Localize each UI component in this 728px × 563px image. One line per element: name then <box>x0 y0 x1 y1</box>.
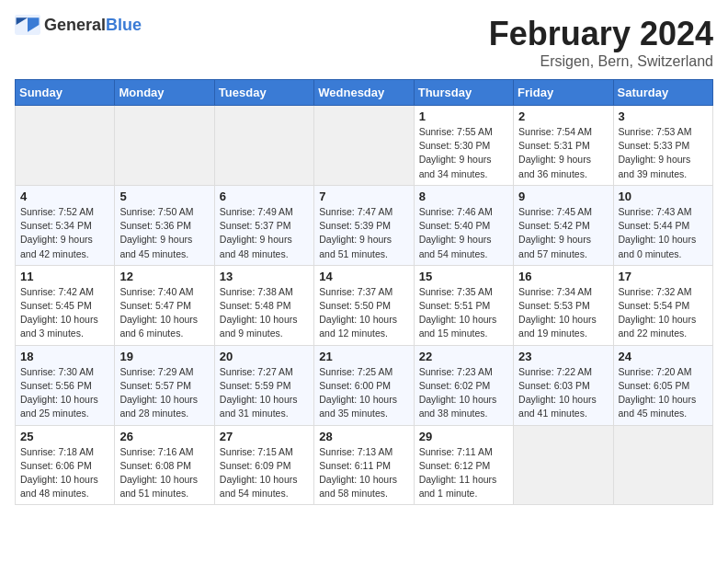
day-info: Sunrise: 7:20 AMSunset: 6:05 PMDaylight:… <box>619 365 708 421</box>
calendar-header-row: SundayMondayTuesdayWednesdayThursdayFrid… <box>16 80 713 106</box>
weekday-header-tuesday: Tuesday <box>214 80 313 106</box>
day-number: 23 <box>518 350 608 363</box>
logo-blue: Blue <box>106 16 142 34</box>
day-number: 19 <box>119 350 209 363</box>
day-info: Sunrise: 7:23 AMSunset: 6:02 PMDaylight:… <box>419 365 508 421</box>
day-number: 14 <box>319 270 408 283</box>
calendar-cell: 19Sunrise: 7:29 AMSunset: 5:57 PMDayligh… <box>115 345 214 425</box>
day-info: Sunrise: 7:13 AMSunset: 6:11 PMDaylight:… <box>319 445 408 501</box>
calendar-cell: 22Sunrise: 7:23 AMSunset: 6:02 PMDayligh… <box>414 345 513 425</box>
day-number: 28 <box>319 430 408 443</box>
day-number: 13 <box>220 270 309 283</box>
day-info: Sunrise: 7:11 AMSunset: 6:12 PMDaylight:… <box>419 445 508 501</box>
day-info: Sunrise: 7:45 AMSunset: 5:42 PMDaylight:… <box>518 205 608 261</box>
day-number: 16 <box>518 270 608 283</box>
day-number: 22 <box>419 350 508 363</box>
calendar-cell <box>514 425 613 505</box>
day-number: 6 <box>220 190 309 203</box>
day-info: Sunrise: 7:42 AMSunset: 5:45 PMDaylight:… <box>20 285 109 341</box>
day-info: Sunrise: 7:37 AMSunset: 5:50 PMDaylight:… <box>319 285 408 341</box>
calendar-cell: 2Sunrise: 7:54 AMSunset: 5:31 PMDaylight… <box>514 106 613 186</box>
calendar-week-5: 25Sunrise: 7:18 AMSunset: 6:06 PMDayligh… <box>16 425 713 505</box>
calendar-cell: 12Sunrise: 7:40 AMSunset: 5:47 PMDayligh… <box>115 265 214 345</box>
day-info: Sunrise: 7:22 AMSunset: 6:03 PMDaylight:… <box>518 365 608 421</box>
day-number: 2 <box>518 109 608 123</box>
day-number: 21 <box>319 350 408 363</box>
calendar-cell: 24Sunrise: 7:20 AMSunset: 6:05 PMDayligh… <box>613 345 712 425</box>
day-number: 27 <box>220 430 309 443</box>
calendar-cell <box>16 106 115 186</box>
calendar-cell: 27Sunrise: 7:15 AMSunset: 6:09 PMDayligh… <box>214 425 313 505</box>
calendar-cell: 17Sunrise: 7:32 AMSunset: 5:54 PMDayligh… <box>613 265 712 345</box>
day-number: 11 <box>20 270 109 283</box>
day-info: Sunrise: 7:49 AMSunset: 5:37 PMDaylight:… <box>220 205 309 261</box>
calendar-cell: 23Sunrise: 7:22 AMSunset: 6:03 PMDayligh… <box>514 345 613 425</box>
calendar-cell: 28Sunrise: 7:13 AMSunset: 6:11 PMDayligh… <box>314 425 414 505</box>
calendar-cell <box>214 106 313 186</box>
day-number: 15 <box>419 270 508 283</box>
calendar-body: 1Sunrise: 7:55 AMSunset: 5:30 PMDaylight… <box>16 106 713 505</box>
calendar-cell: 15Sunrise: 7:35 AMSunset: 5:51 PMDayligh… <box>414 265 513 345</box>
weekday-header-monday: Monday <box>115 80 214 106</box>
calendar-cell: 25Sunrise: 7:18 AMSunset: 6:06 PMDayligh… <box>16 425 115 505</box>
weekday-header-friday: Friday <box>514 80 613 106</box>
day-info: Sunrise: 7:55 AMSunset: 5:30 PMDaylight:… <box>419 125 508 181</box>
day-number: 10 <box>619 190 708 203</box>
calendar-cell: 16Sunrise: 7:34 AMSunset: 5:53 PMDayligh… <box>514 265 613 345</box>
weekday-header-wednesday: Wednesday <box>314 80 414 106</box>
day-info: Sunrise: 7:34 AMSunset: 5:53 PMDaylight:… <box>518 285 608 341</box>
calendar-cell: 9Sunrise: 7:45 AMSunset: 5:42 PMDaylight… <box>514 185 613 265</box>
day-info: Sunrise: 7:25 AMSunset: 6:00 PMDaylight:… <box>319 365 408 421</box>
calendar-week-4: 18Sunrise: 7:30 AMSunset: 5:56 PMDayligh… <box>16 345 713 425</box>
logo-general: General <box>44 16 106 34</box>
location-title: Ersigen, Bern, Switzerland <box>489 53 713 70</box>
day-info: Sunrise: 7:50 AMSunset: 5:36 PMDaylight:… <box>119 205 209 261</box>
day-info: Sunrise: 7:27 AMSunset: 5:59 PMDaylight:… <box>220 365 309 421</box>
calendar-cell: 14Sunrise: 7:37 AMSunset: 5:50 PMDayligh… <box>314 265 414 345</box>
calendar-cell: 8Sunrise: 7:46 AMSunset: 5:40 PMDaylight… <box>414 185 513 265</box>
calendar-cell: 5Sunrise: 7:50 AMSunset: 5:36 PMDaylight… <box>115 185 214 265</box>
title-area: February 2024 Ersigen, Bern, Switzerland <box>489 15 713 70</box>
day-info: Sunrise: 7:46 AMSunset: 5:40 PMDaylight:… <box>419 205 508 261</box>
calendar-week-1: 1Sunrise: 7:55 AMSunset: 5:30 PMDaylight… <box>16 106 713 186</box>
weekday-header-thursday: Thursday <box>414 80 513 106</box>
calendar-week-3: 11Sunrise: 7:42 AMSunset: 5:45 PMDayligh… <box>16 265 713 345</box>
day-info: Sunrise: 7:18 AMSunset: 6:06 PMDaylight:… <box>20 445 109 501</box>
day-info: Sunrise: 7:16 AMSunset: 6:08 PMDaylight:… <box>119 445 209 501</box>
calendar-cell: 6Sunrise: 7:49 AMSunset: 5:37 PMDaylight… <box>214 185 313 265</box>
day-number: 26 <box>119 430 209 443</box>
header: GeneralBlue February 2024 Ersigen, Bern,… <box>15 15 713 70</box>
day-info: Sunrise: 7:38 AMSunset: 5:48 PMDaylight:… <box>220 285 309 341</box>
day-number: 25 <box>20 430 109 443</box>
day-number: 4 <box>20 190 109 203</box>
day-number: 8 <box>419 190 508 203</box>
day-info: Sunrise: 7:15 AMSunset: 6:09 PMDaylight:… <box>220 445 309 501</box>
calendar-cell: 3Sunrise: 7:53 AMSunset: 5:33 PMDaylight… <box>613 106 712 186</box>
calendar-cell: 18Sunrise: 7:30 AMSunset: 5:56 PMDayligh… <box>16 345 115 425</box>
day-number: 5 <box>119 190 209 203</box>
calendar-cell <box>613 425 712 505</box>
calendar-cell: 11Sunrise: 7:42 AMSunset: 5:45 PMDayligh… <box>16 265 115 345</box>
day-info: Sunrise: 7:35 AMSunset: 5:51 PMDaylight:… <box>419 285 508 341</box>
calendar-cell: 20Sunrise: 7:27 AMSunset: 5:59 PMDayligh… <box>214 345 313 425</box>
day-number: 20 <box>220 350 309 363</box>
calendar-cell: 26Sunrise: 7:16 AMSunset: 6:08 PMDayligh… <box>115 425 214 505</box>
day-info: Sunrise: 7:54 AMSunset: 5:31 PMDaylight:… <box>518 125 608 181</box>
calendar-cell: 29Sunrise: 7:11 AMSunset: 6:12 PMDayligh… <box>414 425 513 505</box>
calendar-cell: 13Sunrise: 7:38 AMSunset: 5:48 PMDayligh… <box>214 265 313 345</box>
day-info: Sunrise: 7:40 AMSunset: 5:47 PMDaylight:… <box>119 285 209 341</box>
day-number: 9 <box>518 190 608 203</box>
calendar-cell: 1Sunrise: 7:55 AMSunset: 5:30 PMDaylight… <box>414 106 513 186</box>
calendar-cell <box>314 106 414 186</box>
day-number: 7 <box>319 190 408 203</box>
day-info: Sunrise: 7:29 AMSunset: 5:57 PMDaylight:… <box>119 365 209 421</box>
calendar-cell <box>115 106 214 186</box>
logo: GeneralBlue <box>15 15 142 35</box>
calendar-cell: 4Sunrise: 7:52 AMSunset: 5:34 PMDaylight… <box>16 185 115 265</box>
day-number: 29 <box>419 430 508 443</box>
calendar-cell: 7Sunrise: 7:47 AMSunset: 5:39 PMDaylight… <box>314 185 414 265</box>
day-info: Sunrise: 7:53 AMSunset: 5:33 PMDaylight:… <box>619 125 708 181</box>
weekday-header-saturday: Saturday <box>613 80 712 106</box>
day-info: Sunrise: 7:32 AMSunset: 5:54 PMDaylight:… <box>619 285 708 341</box>
day-number: 1 <box>419 109 508 123</box>
